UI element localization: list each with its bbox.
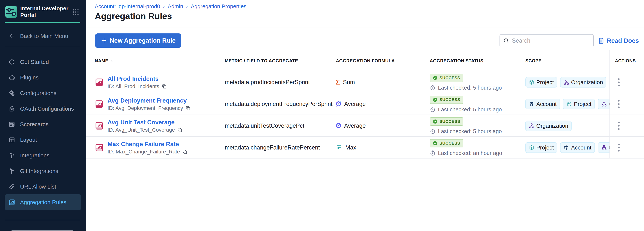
page-title: Aggregation Rules <box>95 11 172 21</box>
read-docs-link[interactable]: Read Docs <box>598 36 639 46</box>
name-cell: Avg Unit Test Coverage ID: Avg_Unit_Test… <box>95 115 215 137</box>
sidebar-nav: Get Started Plugins <box>0 54 86 210</box>
aggregation-rule-icon <box>95 78 104 87</box>
column-header-name[interactable]: NAME <box>95 50 114 71</box>
column-header-actions[interactable]: ACTIONS <box>615 50 636 71</box>
column-header-metric[interactable]: METRIC / FIELD TO AGGREGATE <box>225 50 298 71</box>
sidebar-bottom-divider <box>5 220 80 220</box>
project-cube-icon <box>566 101 572 107</box>
brand[interactable]: Internal Developer Portal <box>5 5 81 19</box>
sidebar-item-label: Scorecards <box>20 121 48 128</box>
account-layers-icon <box>564 145 569 150</box>
project-cube-icon <box>529 145 534 150</box>
breadcrumb: Account: idp-internal-prod0 › Admin › Ag… <box>95 4 246 10</box>
last-checked-text: Last checked: 5 hours ago <box>438 85 502 91</box>
table-body: All Prod Incidents ID: All_Prod_Incident… <box>86 71 644 158</box>
app-grid-icon[interactable] <box>72 8 80 16</box>
sidebar-item-configurations[interactable]: Configurations <box>0 85 86 101</box>
sidebar-item-scorecards[interactable]: Scorecards <box>0 116 86 132</box>
formula-cell: Σ Sum <box>336 71 415 93</box>
sidebar-bottom-button-partial[interactable] <box>11 230 73 231</box>
column-header-status[interactable]: AGGREGATION STATUS <box>430 50 484 71</box>
git-integrations-icon <box>8 168 15 174</box>
sidebar-item-label: URL Allow List <box>20 183 56 190</box>
sort-asc-icon <box>110 59 114 63</box>
metric-cell: metadata.changeFailureRatePercent <box>225 137 330 158</box>
read-docs-label: Read Docs <box>607 37 639 44</box>
sidebar-item-layout[interactable]: Layout <box>0 132 86 148</box>
get-started-icon <box>8 59 15 65</box>
lock-icon <box>8 105 15 112</box>
organization-icon <box>529 123 534 129</box>
copy-icon[interactable] <box>186 106 191 111</box>
column-header-formula[interactable]: AGGREGATION FORMULA <box>336 50 395 71</box>
scorecards-icon <box>8 121 15 128</box>
row-actions-menu[interactable] <box>613 71 624 93</box>
breadcrumb-admin[interactable]: Admin <box>168 4 183 10</box>
copy-icon[interactable] <box>177 127 182 133</box>
sidebar-item-git-integrations[interactable]: Git Integrations <box>0 163 86 179</box>
clock-icon <box>430 106 436 112</box>
copy-icon[interactable] <box>162 84 167 89</box>
table-header: NAME METRIC / FIELD TO AGGREGATE AGGREGA… <box>86 50 644 71</box>
sum-icon: Σ <box>336 79 340 86</box>
sidebar-item-oauth-configurations[interactable]: OAuth Configurations <box>0 101 86 116</box>
row-actions-menu[interactable] <box>613 137 624 158</box>
new-aggregation-rule-label: New Aggregation Rule <box>110 37 176 44</box>
scope-cell: Account Project <box>526 93 610 115</box>
sidebar-item-label: Get Started <box>20 59 49 65</box>
sidebar-item-label: Layout <box>20 137 37 143</box>
row-actions-menu[interactable] <box>613 93 624 115</box>
sidebar: Internal Developer Portal Back to Main M… <box>0 0 86 231</box>
table-row: All Prod Incidents ID: All_Prod_Incident… <box>86 71 644 93</box>
scope-cell: Organization <box>526 115 610 137</box>
sidebar-item-get-started[interactable]: Get Started <box>0 54 86 70</box>
search-box <box>500 34 594 47</box>
average-icon: Ø <box>336 122 341 129</box>
sidebar-item-url-allow-list[interactable]: URL Allow List <box>0 179 86 194</box>
plus-icon <box>101 37 107 44</box>
rule-name-link[interactable]: Avg Deployment Frequency <box>108 97 191 104</box>
column-header-scope[interactable]: SCOPE <box>526 50 542 71</box>
name-cell: Max Change Failure Rate ID: Max_Change_F… <box>95 137 215 158</box>
formula-cell: Ø Average <box>336 115 415 137</box>
status-badge: SUCCESS <box>430 139 463 147</box>
layout-icon <box>8 137 15 143</box>
scope-badge-organization: Organization <box>598 142 610 153</box>
breadcrumb-account[interactable]: Account: idp-internal-prod0 <box>95 4 160 10</box>
search-input[interactable] <box>512 37 590 44</box>
integrations-icon <box>8 152 15 159</box>
back-to-main-menu[interactable]: Back to Main Menu <box>8 31 80 41</box>
status-badge: SUCCESS <box>430 117 463 126</box>
scope-badge-account: Account <box>526 99 560 109</box>
check-circle-icon <box>433 97 438 102</box>
metric-cell: metadata.prodIncidentsPerSprint <box>225 71 330 93</box>
scope-badge-project: Project <box>563 99 595 109</box>
sidebar-item-aggregation-rules[interactable]: Aggregation Rules <box>5 194 81 210</box>
brand-title: Internal Developer Portal <box>20 5 70 19</box>
table-row: Max Change Failure Rate ID: Max_Change_F… <box>86 137 644 158</box>
sidebar-item-label: Aggregation Rules <box>20 199 66 205</box>
table-row: Avg Unit Test Coverage ID: Avg_Unit_Test… <box>86 115 644 137</box>
rule-name-link[interactable]: All Prod Incidents <box>108 75 167 82</box>
page-header: Account: idp-internal-prod0 › Admin › Ag… <box>86 0 644 28</box>
kebab-menu-icon <box>616 120 622 132</box>
new-aggregation-rule-button[interactable]: New Aggregation Rule <box>95 34 181 48</box>
name-cell: Avg Deployment Frequency ID: Avg_Deploym… <box>95 93 215 115</box>
max-icon <box>336 144 342 151</box>
project-cube-icon <box>529 79 534 85</box>
clock-icon <box>430 128 436 134</box>
main-content: Account: idp-internal-prod0 › Admin › Ag… <box>86 0 644 231</box>
rule-name-link[interactable]: Max Change Failure Rate <box>108 141 188 148</box>
sidebar-item-integrations[interactable]: Integrations <box>0 148 86 163</box>
name-cell: All Prod Incidents ID: All_Prod_Incident… <box>95 71 215 93</box>
rule-name-link[interactable]: Avg Unit Test Coverage <box>108 119 182 126</box>
breadcrumb-aggregation-properties[interactable]: Aggregation Properties <box>191 4 246 10</box>
copy-icon[interactable] <box>182 149 188 154</box>
status-badge: SUCCESS <box>430 96 463 104</box>
status-cell: SUCCESS Last checked: an hour ago <box>430 137 520 158</box>
last-checked-text: Last checked: 5 hours ago <box>438 128 502 134</box>
sidebar-item-plugins[interactable]: Plugins <box>0 70 86 85</box>
back-label: Back to Main Menu <box>20 33 68 39</box>
row-actions-menu[interactable] <box>613 115 624 137</box>
